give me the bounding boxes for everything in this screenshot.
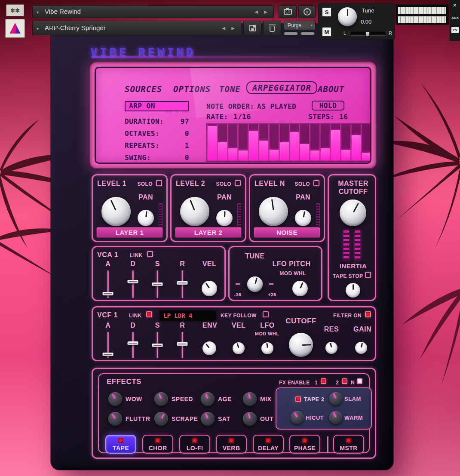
fx-button-verb[interactable]: VERB	[216, 435, 247, 454]
mute-button[interactable]: M	[322, 27, 331, 37]
level-knob[interactable]	[180, 197, 209, 226]
fx-enable-n-checkbox[interactable]	[357, 378, 362, 384]
fx-enable-2-checkbox[interactable]	[342, 378, 347, 384]
wow-knob[interactable]	[108, 392, 122, 406]
arp-step-slot[interactable]	[362, 124, 371, 160]
slam-knob[interactable]	[329, 392, 342, 405]
out-knob[interactable]	[243, 412, 257, 426]
host-pan-slider[interactable]	[350, 32, 386, 36]
rate-value[interactable]: 1/16	[233, 113, 251, 121]
arp-step-slot[interactable]	[259, 124, 268, 160]
arp-step-slot[interactable]	[249, 124, 258, 160]
filter-on-checkbox[interactable]	[365, 311, 371, 317]
vcf-sustain-slider[interactable]	[151, 332, 164, 358]
age-knob[interactable]	[201, 392, 215, 406]
solo-checkbox[interactable]	[235, 180, 241, 186]
level-knob[interactable]	[101, 197, 131, 226]
hold-button[interactable]: HOLD	[312, 101, 344, 111]
host-tune-knob[interactable]	[338, 7, 357, 26]
tab-arpeggiator[interactable]: ARPEGGIATOR	[246, 81, 317, 94]
channel-name-bar[interactable]: LAYER 1	[96, 227, 163, 238]
fx-button-lofi[interactable]: LO-FI	[179, 435, 210, 454]
note-order-value[interactable]: AS PLAYED	[257, 102, 296, 111]
tape-stop-knob[interactable]	[346, 283, 360, 298]
sat-knob[interactable]	[201, 412, 215, 426]
arp-step-slot[interactable]	[321, 124, 330, 160]
tab-about[interactable]: ABOUT	[318, 84, 344, 94]
arp-step-slot[interactable]	[352, 124, 361, 160]
delete-button[interactable]	[263, 21, 281, 35]
solo-checkbox[interactable]	[156, 180, 162, 186]
vcf-env-knob[interactable]	[202, 341, 216, 355]
arp-step-slot[interactable]	[208, 124, 217, 160]
tab-tone[interactable]: TONE	[219, 84, 241, 94]
preset-bar[interactable]: ▾ ARP-Cherry Springer ◀ ▶	[32, 21, 241, 35]
close-icon[interactable]: ✕	[453, 3, 457, 8]
vca-vel-knob[interactable]	[202, 281, 217, 296]
tape2-led[interactable]	[295, 396, 301, 402]
arp-step-slot[interactable]	[239, 124, 248, 160]
mix-knob[interactable]	[243, 392, 257, 406]
res-knob[interactable]	[325, 342, 337, 354]
filter-type-dropdown[interactable]: LP LDR 4	[160, 311, 216, 321]
vcf-release-slider[interactable]	[176, 332, 189, 358]
fx-button-tape[interactable]: TAPE	[105, 435, 136, 454]
next-preset-icon[interactable]: ▶	[231, 26, 235, 31]
multi-slot-title-bar[interactable]: ▾ Vibe Rewind ◀ ▶	[32, 5, 274, 18]
app-badge[interactable]: ✽✽	[6, 4, 24, 16]
vca-release-slider[interactable]	[176, 270, 189, 298]
hicut-knob[interactable]	[291, 411, 304, 424]
pan-knob[interactable]	[138, 210, 154, 226]
info-button[interactable]: i	[298, 5, 316, 18]
vcf-vel-knob[interactable]	[233, 342, 245, 354]
pan-knob[interactable]	[295, 210, 311, 226]
flutter-knob[interactable]	[108, 412, 122, 426]
fx-button-master[interactable]: MSTR	[333, 435, 364, 454]
fx-enable-1-checkbox[interactable]	[321, 378, 326, 384]
tab-sources[interactable]: SOURCES	[125, 84, 162, 94]
arp-on-button[interactable]: ARP ON	[125, 101, 189, 111]
fx-button-phase[interactable]: PHASE	[289, 435, 320, 454]
scrape-knob[interactable]	[154, 412, 168, 426]
arp-step-slot[interactable]	[290, 124, 299, 160]
speed-knob[interactable]	[154, 392, 168, 406]
vcf-attack-slider[interactable]	[101, 332, 114, 358]
chevron-down-icon[interactable]: ▾	[37, 26, 39, 31]
pv-tab[interactable]: PV	[451, 27, 459, 33]
arp-step-graph[interactable]	[206, 123, 371, 162]
key-follow-checkbox[interactable]	[263, 311, 269, 317]
next-instrument-icon[interactable]: ▶	[264, 9, 267, 14]
chevron-down-icon[interactable]: ▾	[37, 10, 39, 15]
vca-sustain-slider[interactable]	[151, 270, 164, 298]
pan-knob[interactable]	[216, 210, 233, 226]
arp-step-slot[interactable]	[341, 124, 350, 160]
tape-stop-checkbox[interactable]	[365, 272, 371, 278]
vca-link-checkbox[interactable]	[147, 251, 153, 257]
save-button[interactable]	[243, 21, 261, 35]
vcf-decay-slider[interactable]	[126, 332, 139, 358]
arp-step-slot[interactable]	[331, 124, 340, 160]
snapshot-camera-button[interactable]	[279, 5, 297, 18]
swing-value[interactable]: 0	[125, 154, 189, 162]
duration-value[interactable]: 97	[125, 117, 189, 126]
aux-tab[interactable]: AUX	[451, 16, 459, 20]
master-cutoff-knob[interactable]	[340, 200, 366, 226]
vcf-lfo-knob[interactable]	[261, 342, 273, 354]
cutoff-knob[interactable]	[289, 333, 313, 357]
level-knob[interactable]	[259, 197, 288, 226]
prev-instrument-icon[interactable]: ◀	[255, 9, 258, 14]
steps-value[interactable]: 16	[339, 113, 348, 121]
octaves-value[interactable]: 0	[125, 129, 189, 138]
purge-dropdown[interactable]: Purge ▾	[284, 21, 316, 30]
arp-step-slot[interactable]	[228, 124, 237, 160]
vca-decay-slider[interactable]	[126, 270, 139, 298]
lfo-pitch-knob[interactable]	[292, 281, 308, 296]
solo-checkbox[interactable]	[313, 180, 319, 186]
fx-button-delay[interactable]: DELAY	[253, 435, 284, 454]
arp-step-slot[interactable]	[300, 124, 309, 160]
fx-button-chorus[interactable]: CHOR	[142, 435, 173, 454]
channel-name-bar[interactable]: LAYER 2	[175, 227, 242, 238]
vca-attack-slider[interactable]	[101, 270, 114, 298]
tab-options[interactable]: OPTIONS	[173, 84, 211, 94]
prev-preset-icon[interactable]: ◀	[222, 26, 225, 31]
